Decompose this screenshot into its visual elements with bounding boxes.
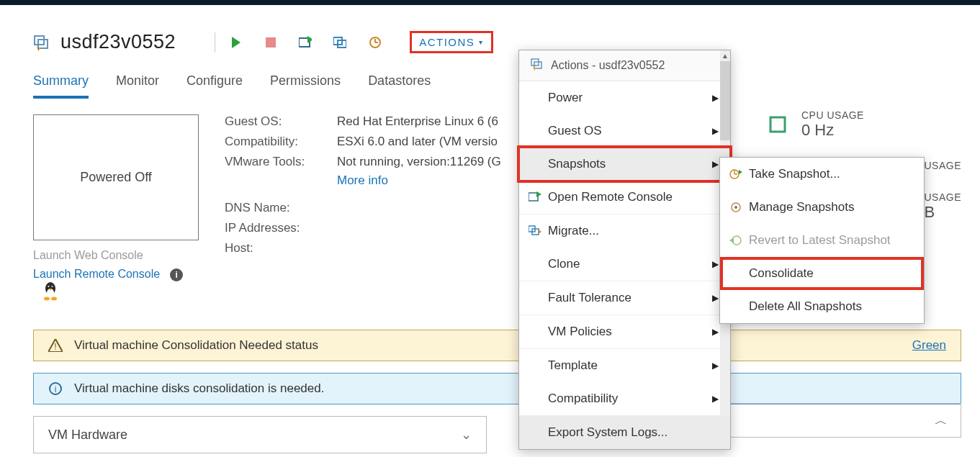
launch-web-console-link: Launch Web Console [33,249,212,262]
menu-item-power[interactable]: Power ▶ [519,81,730,114]
compat-value: ESXi 6.0 and later (VM versio [337,135,498,149]
manage-snapshot-icon [729,202,743,213]
svg-marker-40 [729,237,734,243]
right-collapsed-panel[interactable]: ︿ [724,403,961,438]
svg-text:i: i [55,384,57,394]
power-on-icon[interactable] [230,36,243,49]
ip-label: IP Addresses: [225,221,337,235]
alert-warning-text: Virtual machine Consolidation Needed sta… [74,338,318,353]
dns-label: DNS Name: [225,201,337,215]
revert-snapshot-icon [729,235,743,246]
actions-menu: ▲ Actions - usdf23v0552 Power ▶ Guest OS… [518,50,731,450]
alert-warning-trailing-link[interactable]: Green [912,338,946,353]
linux-penguin-icon [42,281,59,304]
power-off-icon[interactable] [264,36,277,49]
launch-remote-console-link[interactable]: Launch Remote Console [33,268,160,280]
actions-menu-title: Actions - usdf23v0552 [551,59,665,72]
menu-item-open-remote-console[interactable]: Open Remote Console [519,181,730,214]
vm-icon: ! [33,34,50,51]
migrate-icon[interactable] [333,36,346,49]
svg-point-38 [734,206,737,209]
tab-monitor[interactable]: Monitor [116,73,159,99]
alert-info-text: Virtual machine disks consolidation is n… [74,381,324,396]
toolbar-divider [215,32,215,53]
chevron-down-icon: ▾ [479,38,484,46]
tab-datastores[interactable]: Datastores [368,73,431,99]
alert-info: i Virtual machine disks consolidation is… [33,373,961,404]
submenu-delete-all-snapshots[interactable]: Delete All Snapshots [720,290,924,323]
vm-icon [531,58,544,73]
actions-label: ACTIONS [419,36,475,48]
menu-item-migrate[interactable]: Migrate... [519,214,730,248]
tab-summary[interactable]: Summary [33,73,89,99]
info-icon[interactable]: i [170,268,183,281]
svg-text:!: ! [54,342,56,352]
host-label: Host: [225,241,337,255]
submenu-arrow-icon: ▶ [712,394,719,404]
submenu-arrow-icon: ▶ [712,361,719,371]
migrate-icon [528,225,542,237]
submenu-arrow-icon: ▶ [712,327,719,337]
console-icon [528,191,542,203]
actions-menu-header: Actions - usdf23v0552 [519,50,730,81]
compat-label: Compatibility: [225,135,337,149]
launch-console-icon[interactable] [299,36,312,49]
svg-rect-20 [770,117,785,132]
snapshot-clock-icon[interactable] [368,36,381,49]
menu-item-export-logs[interactable]: Export System Logs... [519,415,730,449]
chevron-down-icon: ⌄ [461,427,472,443]
menu-item-vm-policies[interactable]: VM Policies ▶ [519,315,730,348]
submenu-arrow-icon: ▶ [712,159,719,169]
svg-marker-4 [232,37,240,48]
tab-permissions[interactable]: Permissions [270,73,341,99]
svg-marker-32 [539,230,541,234]
cpu-usage-label: CPU USAGE [801,109,864,121]
chevron-up-icon: ︿ [935,412,948,429]
menu-item-fault-tolerance[interactable]: Fault Tolerance ▶ [519,281,730,315]
tab-configure[interactable]: Configure [186,73,243,99]
guest-os-label: Guest OS: [225,114,337,129]
svg-point-16 [52,286,53,287]
submenu-arrow-icon: ▶ [712,259,719,269]
svg-point-15 [48,286,50,287]
alert-warning: ! Virtual machine Consolidation Needed s… [33,330,961,361]
submenu-consolidate[interactable]: Consolidate [720,257,924,290]
svg-marker-29 [536,191,541,197]
storage-usage-value-partial: B [924,203,961,222]
cpu-icon [767,114,788,135]
submenu-arrow-icon: ▶ [712,93,719,103]
power-state-text: Powered Off [80,170,152,185]
submenu-take-snapshot[interactable]: Take Snapshot... [720,158,924,191]
tools-label: VMware Tools: [225,155,337,169]
menu-item-template[interactable]: Template ▶ [519,348,730,382]
page-header: ! usdf23v0552 ACTIONS ▾ [33,31,961,53]
submenu-arrow-icon: ▶ [712,126,719,136]
scroll-up-icon: ▲ [721,52,729,60]
menu-item-snapshots[interactable]: Snapshots ▶ [519,148,730,181]
snapshots-submenu: Take Snapshot... Manage Snapshots Revert… [719,157,925,324]
svg-marker-27 [533,68,536,71]
svg-marker-36 [739,170,742,174]
vm-hardware-title: VM Hardware [48,427,127,443]
svg-point-18 [44,297,50,301]
guest-os-value: Red Hat Enterprise Linux 6 (6 [337,114,498,129]
tools-value: Not running, version:11269 (G [337,155,501,169]
take-snapshot-icon [729,168,743,180]
cpu-usage-value: 0 Hz [801,121,864,140]
submenu-manage-snapshots[interactable]: Manage Snapshots [720,191,924,224]
vm-hardware-panel[interactable]: VM Hardware ⌄ [33,416,487,453]
app-topbar [0,0,980,5]
menu-item-compatibility[interactable]: Compatibility ▶ [519,382,730,415]
toolbar: ACTIONS ▾ [215,31,493,53]
submenu-arrow-icon: ▶ [712,293,719,303]
mem-usage-label-partial: USAGE [924,160,961,171]
svg-rect-5 [266,37,276,47]
storage-usage-label-partial: USAGE [924,191,961,203]
menu-item-guest-os[interactable]: Guest OS ▶ [519,114,730,148]
svg-point-19 [51,297,57,301]
menu-item-clone[interactable]: Clone ▶ [519,248,730,281]
vm-thumbnail[interactable]: Powered Off [33,114,199,240]
tab-bar: Summary Monitor Configure Permissions Da… [33,73,961,99]
actions-dropdown-button[interactable]: ACTIONS ▾ [410,31,493,53]
page-title: usdf23v0552 [60,31,176,53]
